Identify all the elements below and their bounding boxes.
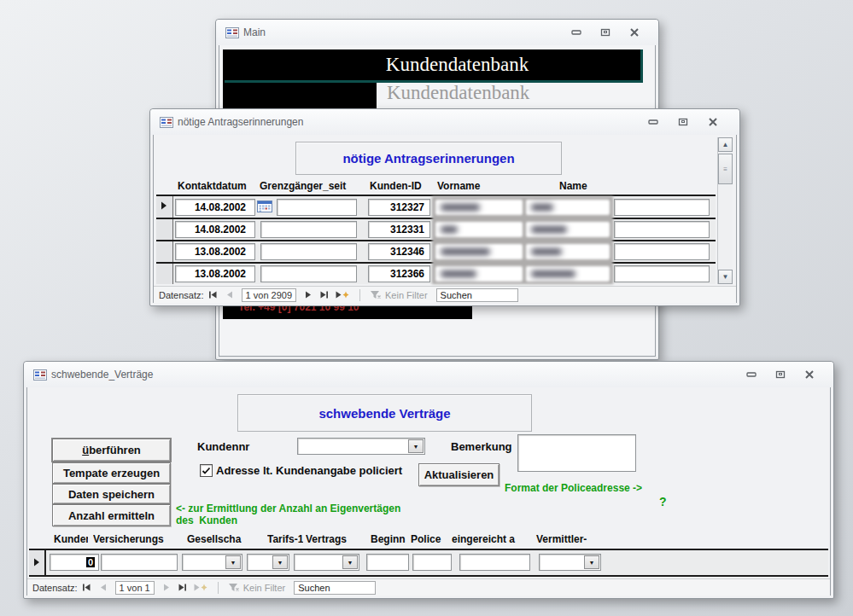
grenzgaenger-seit-field[interactable] (277, 199, 357, 216)
record-navigator: Datensatz: 1 von 2909 Kein Filter Suchen (154, 286, 736, 303)
kundennr-combobox[interactable]: ▼ (297, 438, 425, 455)
first-record-button[interactable] (207, 288, 220, 301)
restore-button[interactable] (770, 368, 791, 381)
record-selector-column[interactable] (29, 550, 46, 575)
eingereicht-cell[interactable] (459, 554, 530, 571)
kontaktdatum-field[interactable]: 14.08.2002 (175, 221, 255, 238)
new-record-button[interactable] (192, 581, 209, 594)
column-header-vermittler: Vermittler- (536, 533, 587, 545)
column-header-kundennr: Kunden (54, 533, 88, 545)
next-record-button[interactable] (160, 581, 173, 594)
close-icon[interactable] (624, 26, 645, 39)
kundennr-cell[interactable]: 0 (50, 554, 99, 571)
filter-icon (369, 288, 383, 301)
minimize-button[interactable] (643, 115, 663, 129)
window-title: schwebende_Verträge (51, 369, 153, 381)
close-icon[interactable] (799, 368, 820, 381)
record-position: 1 von 1 (115, 581, 155, 595)
redacted-name (526, 266, 610, 282)
column-header-versicherungsnr: Versicherungs (93, 533, 178, 545)
filter-state-label: Kein Filter (243, 583, 286, 593)
gesellschaft-combobox[interactable]: ▼ (182, 554, 242, 571)
grenzgaenger-seit-field[interactable] (260, 265, 357, 282)
anzahl-ermitteln-button[interactable]: Anzahl ermitteln (52, 504, 171, 526)
kontaktdatum-field[interactable]: 14.08.2002 (175, 199, 255, 216)
extra-field[interactable] (614, 221, 710, 238)
kontaktdatum-field[interactable]: 13.08.2002 (175, 243, 255, 260)
redacted-vorname (435, 222, 523, 237)
redacted-vorname (435, 266, 523, 282)
chevron-down-icon[interactable]: ▼ (408, 439, 424, 453)
search-input[interactable]: Suchen (436, 288, 518, 302)
form-title-box: nötige Antragserinnerungen (295, 142, 562, 175)
bemerkung-textbox[interactable] (517, 434, 636, 472)
last-record-button[interactable] (176, 581, 190, 594)
extra-field[interactable] (614, 243, 710, 260)
versicherungsnr-cell[interactable] (101, 554, 178, 571)
previous-record-button[interactable] (96, 581, 110, 594)
scroll-down-button[interactable]: ▼ (718, 270, 733, 284)
filter-icon (227, 581, 241, 594)
column-header-police: Police (411, 533, 441, 545)
kontaktdatum-field[interactable]: 13.08.2002 (175, 265, 255, 282)
kunden-id-field[interactable]: 312366 (368, 265, 430, 282)
previous-record-button[interactable] (223, 288, 237, 301)
checkbox-label[interactable]: Adresse lt. Kundenangabe policiert (216, 464, 402, 477)
chevron-down-icon[interactable]: ▼ (272, 555, 288, 569)
form-icon (225, 26, 239, 42)
main-window-titlebar[interactable]: Main (216, 20, 658, 45)
close-icon[interactable] (703, 115, 723, 129)
template-erzeugen-button[interactable]: Tempate erzeugen (52, 462, 171, 484)
ueberfuehren-button[interactable]: überführen (52, 439, 171, 462)
restore-button[interactable] (595, 26, 616, 39)
banner-echo-title: Kundendatenbank (387, 82, 529, 104)
vertrags-combobox[interactable]: ▼ (294, 554, 359, 571)
chevron-down-icon[interactable]: ▼ (342, 555, 358, 569)
kunden-id-field[interactable]: 312331 (368, 221, 430, 238)
form-title-box: schwebende Verträge (237, 394, 532, 432)
vertical-scrollbar[interactable]: ▲ ≡ ▼ (717, 137, 733, 284)
daten-speichern-button[interactable]: Daten speichern (52, 484, 171, 504)
column-header-gesellschaft: Gesellscha (187, 533, 254, 545)
tarif-combobox[interactable]: ▼ (247, 554, 289, 571)
scrollbar-thumb[interactable]: ≡ (718, 154, 733, 184)
first-record-button[interactable] (80, 581, 94, 594)
restore-button[interactable] (673, 115, 693, 129)
next-record-button[interactable] (301, 288, 315, 301)
contracts-window-titlebar[interactable]: schwebende_Verträge (24, 362, 833, 387)
window-title: nötige Antragserinnerungen (178, 116, 303, 128)
chevron-down-icon[interactable]: ▼ (225, 555, 241, 569)
extra-field[interactable] (614, 199, 710, 216)
vermittler-combobox[interactable]: ▼ (539, 554, 601, 571)
divider (359, 289, 360, 301)
button-label: berführen (89, 444, 141, 456)
search-input[interactable]: Suchen (294, 581, 376, 595)
grenzgaenger-seit-field[interactable] (260, 221, 357, 238)
last-record-button[interactable] (318, 288, 331, 301)
reminders-window-titlebar[interactable]: nötige Antragserinnerungen (150, 109, 739, 135)
beginn-cell[interactable] (366, 554, 409, 571)
column-header-vorname: Vorname (437, 180, 480, 192)
filter-state-label: Kein Filter (385, 290, 428, 300)
police-cell[interactable] (412, 554, 452, 571)
kunden-id-field[interactable]: 312346 (368, 243, 430, 260)
chevron-down-icon[interactable]: ▼ (584, 555, 599, 569)
scroll-up-button[interactable]: ▲ (718, 137, 733, 152)
count-hint-line2: des Kunden (176, 514, 237, 526)
minimize-button[interactable] (741, 368, 762, 381)
kunden-id-field[interactable]: 312327 (368, 199, 430, 216)
help-question-mark[interactable]: ? (659, 495, 667, 508)
column-header-eingereicht: eingereicht a (452, 533, 522, 545)
record-position: 1 von 2909 (242, 288, 296, 302)
redacted-name (526, 244, 610, 259)
extra-field[interactable] (614, 265, 710, 282)
new-record-button[interactable] (334, 288, 351, 301)
date-picker-icon[interactable] (257, 200, 273, 217)
grenzgaenger-seit-field[interactable] (260, 243, 357, 260)
navigator-label: Datensatz: (159, 290, 204, 300)
button-label: Anzahl ermitteln (68, 509, 155, 522)
minimize-button[interactable] (566, 26, 587, 39)
aktualisieren-button[interactable]: Aktualisieren (418, 463, 500, 486)
redacted-names-region (432, 196, 613, 284)
adresse-policiert-checkbox[interactable] (200, 464, 213, 477)
